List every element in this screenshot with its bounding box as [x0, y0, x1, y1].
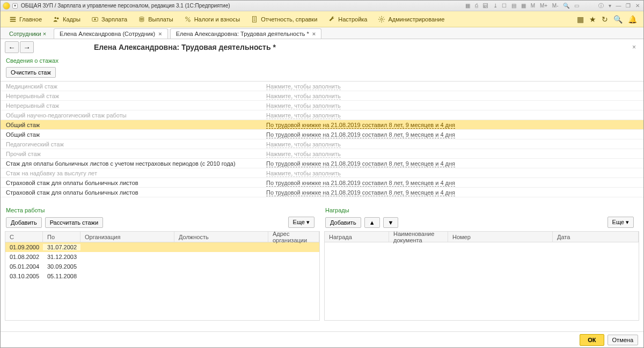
places-pane: Места работы Добавить Рассчитать стажи Е…: [5, 205, 320, 321]
section-places-label: Места работы: [5, 205, 320, 216]
awards-pane: Награды Добавить ▲ ▼ Еще ▾ Награда Наиме…: [324, 205, 639, 321]
tb-calc-icon[interactable]: ▤: [511, 3, 516, 9]
stazh-row[interactable]: Медицинский стажНажмите, чтобы заполнить: [1, 82, 643, 91]
tb-mminus[interactable]: M-: [552, 3, 559, 9]
fill-link[interactable]: Нажмите, чтобы заполнить: [266, 102, 341, 109]
menu-admin[interactable]: Администрирование: [372, 11, 450, 27]
stazh-value-link[interactable]: По трудовой книжке на 21.08.2019 состави…: [266, 131, 455, 138]
coins-icon: [138, 16, 145, 23]
stazh-value-link[interactable]: По трудовой книжке на 21.08.2019 состави…: [266, 180, 455, 187]
stazh-row[interactable]: Общий научно-педагогический стаж работыН…: [1, 110, 643, 120]
stazh-row[interactable]: Педагогический стажНажмите, чтобы заполн…: [1, 139, 643, 149]
stazh-row-selected[interactable]: Общий стажПо трудовой книжке на 21.08.20…: [1, 120, 643, 130]
awards-grid[interactable]: Награда Наименование документа Номер Дат…: [324, 231, 639, 321]
svg-point-7: [185, 17, 187, 19]
places-grid[interactable]: С По Организация Должность Адрес организ…: [5, 231, 320, 321]
stazh-value-link[interactable]: По трудовой книжке на 21.08.2019 состави…: [266, 189, 455, 196]
stazh-value-link[interactable]: По трудовой книжке на 21.08.2019 состави…: [266, 122, 455, 129]
menu-vyplaty[interactable]: Выплаты: [133, 11, 178, 27]
add-place-button[interactable]: Добавить: [6, 217, 42, 228]
stazh-table: Медицинский стажНажмите, чтобы заполнить…: [1, 81, 643, 197]
section-stazh-label: Сведения о стажах: [1, 55, 643, 66]
menu-kadry[interactable]: Кадры: [47, 11, 86, 27]
stazh-row[interactable]: Стаж для оплаты больничных листов с учет…: [1, 159, 643, 168]
fill-link[interactable]: Нажмите, чтобы заполнить: [266, 112, 341, 119]
grid-header: Награда Наименование документа Номер Дат…: [325, 232, 639, 242]
table-row[interactable]: 03.10.200505.11.2008: [5, 271, 319, 281]
menu-otchet[interactable]: Отчетность, справки: [245, 11, 323, 27]
fill-link[interactable]: Нажмите, чтобы заполнить: [266, 93, 341, 100]
gear-icon: [378, 16, 385, 23]
close-tab-icon[interactable]: ×: [158, 31, 162, 37]
stazh-row[interactable]: Прочий стажНажмите, чтобы заполнить: [1, 149, 643, 159]
stazh-row[interactable]: Непрерывный стажНажмите, чтобы заполнить: [1, 101, 643, 110]
dropdown-icon[interactable]: ▾: [609, 3, 611, 9]
fill-link[interactable]: Нажмите, чтобы заполнить: [266, 170, 341, 177]
bell-icon[interactable]: 🔔: [628, 15, 637, 24]
menu-icon: [9, 16, 17, 23]
breadcrumb-sotrudniki[interactable]: Сотрудники ×: [4, 29, 52, 39]
percent-icon: [184, 16, 192, 23]
close-icon[interactable]: ✕: [635, 3, 640, 9]
close-tab-icon[interactable]: ×: [312, 31, 316, 37]
table-row[interactable]: 05.01.200430.09.2005: [5, 262, 319, 271]
maximize-icon[interactable]: ❐: [626, 3, 631, 9]
tab-trudovaya[interactable]: Елена Александровна: Трудовая деятельнос…: [170, 28, 322, 39]
tb-search-icon[interactable]: 🔍: [563, 3, 569, 9]
ok-button[interactable]: ОК: [580, 334, 604, 346]
stazh-row[interactable]: Стаж на надбавку за выслугу летНажмите, …: [1, 168, 643, 178]
tb-calendar-icon[interactable]: ▦: [521, 3, 526, 9]
menu-main[interactable]: Главное: [4, 11, 47, 27]
bottom-split: Места работы Добавить Рассчитать стажи Е…: [1, 205, 643, 321]
move-up-button[interactable]: ▲: [364, 217, 380, 228]
tb-icon[interactable]: ⤓: [493, 3, 497, 9]
menu-nalogi[interactable]: Налоги и взносы: [179, 11, 246, 27]
apps-icon[interactable]: ▦: [577, 15, 584, 24]
table-row[interactable]: 01.08.200231.12.2003: [5, 252, 319, 262]
forward-button[interactable]: →: [20, 41, 34, 53]
search-icon[interactable]: 🔍: [613, 15, 623, 24]
tb-icon[interactable]: ☐: [502, 3, 507, 9]
history-icon[interactable]: ↻: [602, 15, 608, 24]
svg-point-10: [381, 18, 383, 20]
close-page-icon[interactable]: ×: [629, 43, 639, 51]
stazh-row[interactable]: Непрерывный стажНажмите, чтобы заполнить: [1, 91, 643, 101]
stazh-row[interactable]: Страховой стаж для оплаты больничных лис…: [1, 188, 643, 197]
section-awards-label: Награды: [324, 205, 639, 216]
stazh-value-link[interactable]: По трудовой книжке на 21.08.2019 состави…: [266, 160, 455, 167]
add-award-button[interactable]: Добавить: [325, 217, 361, 228]
move-down-button[interactable]: ▼: [383, 217, 399, 228]
tb-mplus[interactable]: M+: [540, 3, 547, 9]
grid-header: С По Организация Должность Адрес организ…: [5, 232, 319, 242]
clear-stazh-button[interactable]: Очистить стаж: [6, 67, 56, 78]
menu-zarplata[interactable]: Зарплата: [86, 11, 133, 27]
app-menu-dropdown[interactable]: ▾: [12, 3, 18, 9]
fill-link[interactable]: Нажмите, чтобы заполнить: [266, 151, 341, 158]
svg-point-3: [94, 18, 96, 20]
tb-icon[interactable]: 🗟: [483, 3, 488, 9]
people-icon: [53, 16, 60, 23]
nav-row: ← → Елена Александровна: Трудовая деятел…: [1, 39, 643, 55]
svg-point-0: [55, 17, 57, 19]
page-title: Елена Александровна: Трудовая деятельнос…: [94, 43, 276, 51]
minimize-icon[interactable]: —: [616, 3, 621, 9]
table-row[interactable]: 01.09.200031.07.2002: [5, 242, 319, 252]
fill-link[interactable]: Нажмите, чтобы заполнить: [266, 141, 341, 148]
calc-stazh-button[interactable]: Рассчитать стажи: [45, 217, 104, 228]
star-icon[interactable]: ★: [589, 15, 596, 24]
fill-link[interactable]: Нажмите, чтобы заполнить: [266, 83, 341, 90]
cancel-button[interactable]: Отмена: [608, 335, 638, 345]
tb-m[interactable]: M: [531, 3, 535, 9]
more-button[interactable]: Еще ▾: [288, 217, 314, 228]
tb-print-icon[interactable]: ⎙: [475, 3, 478, 9]
menu-nastroika[interactable]: Настройка: [323, 11, 372, 27]
tab-employee[interactable]: Елена Александровна (Сотрудник)×: [54, 28, 168, 39]
back-button[interactable]: ←: [5, 41, 19, 53]
more-button[interactable]: Еще ▾: [608, 217, 634, 228]
tb-icon[interactable]: ▦: [465, 3, 470, 9]
stazh-row[interactable]: Общий стажПо трудовой книжке на 21.08.20…: [1, 130, 643, 139]
stazh-row[interactable]: Страховой стаж для оплаты больничных лис…: [1, 178, 643, 188]
info-icon[interactable]: ⓘ: [598, 3, 604, 9]
tb-icon[interactable]: ▭: [574, 3, 579, 9]
titlebar-icons: ▦ ⎙ 🗟 ⤓ ☐ ▤ ▦ M M+ M- 🔍 ▭ ⓘ ▾ — ❐ ✕: [464, 2, 641, 10]
